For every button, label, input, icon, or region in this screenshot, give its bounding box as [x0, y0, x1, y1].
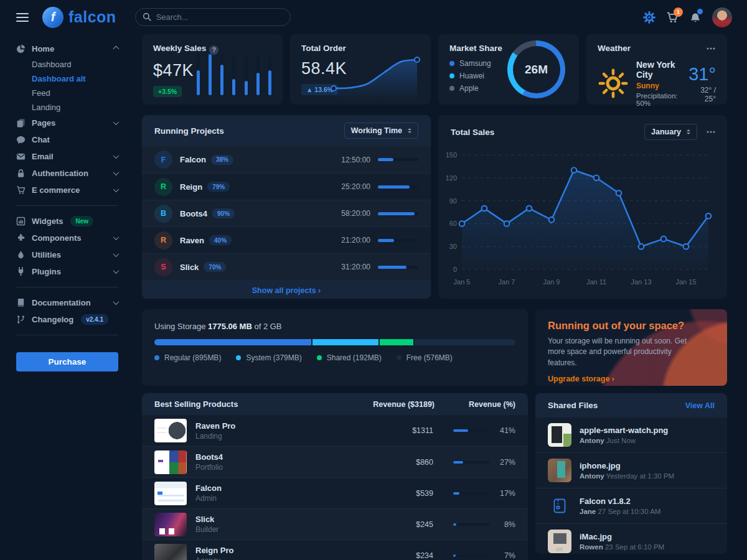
file-row-apple-smart-watch-png[interactable]: apple-smart-watch.pngAntony Just Now	[535, 418, 727, 452]
project-name: Boots4	[180, 209, 207, 218]
select-caret-icon	[687, 129, 690, 134]
svg-text:150: 150	[446, 151, 457, 159]
show-all-projects-link[interactable]: Show all projects ›	[252, 286, 321, 295]
chevron-down-icon	[113, 268, 120, 274]
file-info: iMac.jpgRowen 23 Sep at 6:10 PM	[580, 532, 664, 551]
month-select-value: January	[651, 128, 681, 136]
question-circle-icon[interactable]: ?	[209, 45, 218, 55]
gear-icon[interactable]	[643, 11, 655, 24]
sidebar-item-chat[interactable]: Chat	[16, 131, 118, 148]
file-thumbnail	[548, 530, 571, 553]
ellipsis-menu-icon[interactable]	[706, 44, 716, 54]
purchase-button[interactable]: Purchase	[16, 352, 118, 371]
bar-fill	[197, 70, 200, 95]
revenue-percent-column-header: Revenue (%)	[435, 400, 515, 409]
hamburger-menu-icon[interactable]	[16, 13, 29, 22]
file-row-iphone-jpg[interactable]: iphone.jpgAntony Yesterday at 1:30 PM	[535, 452, 727, 488]
sidebar-item-e-commerce[interactable]: E commerce	[16, 182, 118, 198]
sidebar-item-changelog[interactable]: Changelogv2.4.1	[16, 311, 118, 328]
product-row-falcon[interactable]: FalconAdmin$53917%	[142, 477, 528, 508]
running-projects-list: FFalcon38%12:50:00RReign79%25:20:00BBoot…	[142, 146, 431, 280]
legend-label: System (379MB)	[246, 353, 301, 362]
search-input[interactable]	[135, 8, 291, 26]
svg-text:Jan 13: Jan 13	[631, 278, 651, 286]
best-selling-rows: Raven ProLanding$131141%Boots4Portfolio$…	[142, 415, 528, 560]
sidebar-item-dashboard[interactable]: Dashboard	[16, 57, 118, 72]
sidebar-item-utilities[interactable]: Utilities	[16, 246, 118, 263]
sidebar-item-authentication[interactable]: Authentication	[16, 165, 118, 182]
view-all-link[interactable]: View All	[685, 401, 715, 410]
product-revenue: $245	[377, 520, 433, 529]
product-percent: 27%	[489, 458, 515, 467]
storage-legend-item: Regular (895MB)	[154, 353, 221, 362]
project-row-raven[interactable]: RRaven40%21:20:00	[142, 226, 431, 253]
month-select[interactable]: January	[644, 124, 697, 140]
sidebar-divider	[16, 205, 118, 206]
svg-text:90: 90	[449, 197, 457, 205]
weather-city: New York City	[636, 60, 681, 80]
legend-dot	[397, 355, 402, 360]
legend-dot	[449, 61, 454, 66]
project-avatar: F	[154, 151, 172, 169]
bar	[245, 54, 248, 95]
product-category: Agency	[195, 556, 377, 560]
working-time-select[interactable]: Working Time	[344, 123, 418, 139]
file-meta: Rowen 23 Sep at 6:10 PM	[580, 543, 664, 551]
bar-fill	[209, 54, 212, 95]
project-avatar: S	[154, 258, 172, 276]
cart-icon	[666, 16, 679, 26]
file-info: Falcon v1.8.2Jane 27 Sep at 10:30 AM	[580, 497, 660, 515]
product-row-reign-pro[interactable]: Reign ProAgency$2347%	[142, 539, 528, 560]
project-row-falcon[interactable]: FFalcon38%12:50:00	[142, 146, 431, 173]
project-row-slick[interactable]: SSlick70%31:20:00	[142, 253, 431, 280]
lock-icon	[16, 169, 26, 178]
sidebar-item-dashboard-alt[interactable]: Dashboard alt	[16, 72, 118, 86]
product-name: Raven Pro	[195, 421, 377, 431]
product-name: Slick	[195, 515, 377, 524]
product-thumbnail	[154, 419, 187, 442]
svg-text:60: 60	[449, 220, 457, 227]
file-row-imac-jpg[interactable]: iMac.jpgRowen 23 Sep at 6:10 PM	[535, 523, 727, 554]
product-row-slick[interactable]: SlickBuilder$2458%	[142, 508, 528, 539]
project-percent-badge: 79%	[207, 182, 230, 192]
project-time: 31:20:00	[341, 263, 370, 271]
file-user: Jane	[580, 508, 596, 515]
file-info: apple-smart-watch.pngAntony Just Now	[580, 426, 668, 444]
progress-fill	[453, 461, 463, 464]
sidebar-item-home[interactable]: Home	[16, 40, 118, 57]
project-row-reign[interactable]: RReign79%25:20:00	[142, 173, 431, 200]
file-meta: Jane 27 Sep at 10:30 AM	[580, 508, 660, 515]
sidebar-badge: New	[70, 216, 93, 226]
chart-pie-icon	[16, 44, 26, 54]
sidebar-item-landing[interactable]: Landing	[16, 100, 118, 114]
legend-label: Shared (192MB)	[327, 353, 382, 362]
file-row-falcon-v1-8-2[interactable]: Falcon v1.8.2Jane 27 Sep at 10:30 AM	[535, 488, 727, 523]
sidebar-item-pages[interactable]: Pages	[16, 114, 118, 131]
brand-logo[interactable]: f falcon	[42, 7, 116, 28]
bar-fill	[268, 70, 271, 95]
weekly-sales-badge: +3.5%	[153, 86, 182, 97]
sidebar-item-feed[interactable]: Feed	[16, 86, 118, 100]
project-row-boots4[interactable]: BBoots490%58:20:00	[142, 200, 431, 226]
sidebar-item-plugins[interactable]: Plugins	[16, 263, 118, 280]
ellipsis-menu-icon[interactable]	[706, 127, 716, 137]
file-name: Falcon v1.8.2	[580, 497, 660, 506]
sidebar-item-widgets[interactable]: WidgetsNew	[16, 213, 118, 230]
sidebar-item-documentation[interactable]: Documentation	[16, 294, 118, 311]
storage-legend-item: Free (576MB)	[397, 353, 453, 362]
cart-button[interactable]: 1	[666, 11, 679, 24]
notifications-button[interactable]	[689, 11, 702, 24]
upgrade-storage-link[interactable]: Upgrade storage ›	[548, 375, 614, 383]
cart-badge: 1	[674, 7, 683, 17]
user-avatar[interactable]	[712, 7, 732, 27]
space-card-title: Running out of your space?	[548, 320, 715, 332]
chevron-down-icon	[113, 152, 120, 159]
product-revenue: $539	[377, 489, 433, 498]
sidebar-item-label: Components	[32, 233, 81, 243]
product-row-boots4[interactable]: Boots4Portfolio$86027%	[142, 446, 528, 477]
product-row-raven-pro[interactable]: Raven ProLanding$131141%	[142, 415, 528, 446]
storage-segment-system	[312, 339, 379, 345]
sidebar-item-label: Home	[32, 44, 54, 54]
sidebar-item-components[interactable]: Components	[16, 230, 118, 246]
sidebar-item-email[interactable]: Email	[16, 148, 118, 165]
